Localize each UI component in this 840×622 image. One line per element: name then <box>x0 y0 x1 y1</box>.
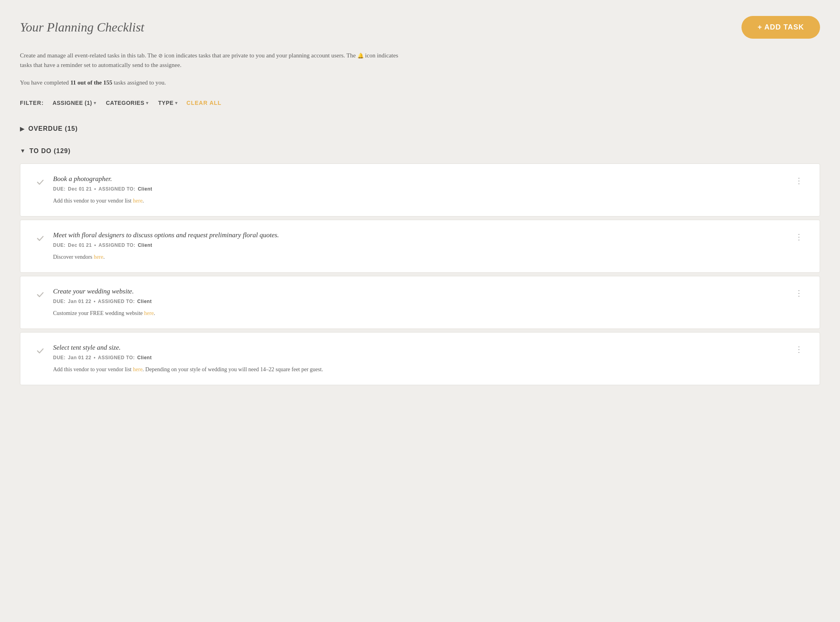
description-text-between-icons: icon indicates tasks that are private to… <box>164 52 355 59</box>
task-card-left: Meet with floral designers to discuss op… <box>35 231 793 261</box>
meta-dot: • <box>94 299 96 304</box>
task-meta: DUE: Jan 01 22 • ASSIGNED TO: Client <box>53 355 793 360</box>
task-desc-link[interactable]: here <box>133 198 142 204</box>
task-title: Book a photographer. <box>53 175 793 183</box>
task-more-button[interactable]: ⋮ <box>793 177 805 185</box>
todo-section-title: TO DO (129) <box>30 148 71 155</box>
type-caret-icon: ▾ <box>175 100 178 106</box>
page-title: Your Planning Checklist <box>20 20 144 35</box>
task-list: Book a photographer. DUE: Dec 01 21 • AS… <box>20 163 820 385</box>
task-desc-link[interactable]: here <box>144 310 154 316</box>
task-content: Meet with floral designers to discuss op… <box>53 231 793 261</box>
assignee-filter-label: ASSIGNEE (1) <box>53 100 92 106</box>
clear-all-button[interactable]: CLEAR ALL <box>187 100 222 106</box>
overdue-section-header[interactable]: ▶ OVERDUE (15) <box>20 120 820 138</box>
task-checkbox[interactable] <box>35 177 46 188</box>
type-filter-label: TYPE <box>158 100 174 106</box>
task-description: Customize your FREE wedding website here… <box>53 309 793 317</box>
assigned-value: Client <box>137 299 152 304</box>
categories-filter-label: CATEGORIES <box>106 100 144 106</box>
overdue-toggle-icon: ▶ <box>20 126 24 132</box>
filter-label: FILTER: <box>20 100 44 106</box>
task-card: Select tent style and size. DUE: Jan 01 … <box>20 332 820 385</box>
task-desc-before-link: Add this vendor to your vendor list <box>53 198 133 204</box>
completion-suffix: tasks assigned to you. <box>112 79 166 86</box>
description-text-before-icon1: Create and manage all event-related task… <box>20 52 157 59</box>
task-card: Meet with floral designers to discuss op… <box>20 220 820 273</box>
task-card-left: Select tent style and size. DUE: Jan 01 … <box>35 344 793 374</box>
task-description: Discover vendors here. <box>53 253 793 261</box>
task-content: Create your wedding website. DUE: Jan 01… <box>53 287 793 317</box>
meta-dot: • <box>94 242 96 248</box>
assigned-value: Client <box>138 242 152 248</box>
assignee-caret-icon: ▾ <box>94 100 97 106</box>
task-more-button[interactable]: ⋮ <box>793 289 805 297</box>
task-desc-link[interactable]: here <box>94 254 103 260</box>
add-task-button[interactable]: + ADD TASK <box>741 16 820 39</box>
task-desc-after-link: . <box>142 198 144 204</box>
private-icon: ⊘ <box>158 52 163 60</box>
due-label: DUE: <box>53 242 65 248</box>
overdue-section-title: OVERDUE (15) <box>28 125 78 132</box>
due-date: Jan 01 22 <box>68 299 91 304</box>
task-title: Meet with floral designers to discuss op… <box>53 231 793 239</box>
task-desc-after-link: . <box>154 310 155 316</box>
todo-section: ▼ TO DO (129) Book a photographer. DUE: … <box>20 142 820 385</box>
due-label: DUE: <box>53 186 65 192</box>
task-checkbox[interactable] <box>35 289 46 300</box>
task-meta: DUE: Dec 01 21 • ASSIGNED TO: Client <box>53 186 793 192</box>
task-description: Add this vendor to your vendor list here… <box>53 197 793 205</box>
task-meta: DUE: Jan 01 22 • ASSIGNED TO: Client <box>53 299 793 304</box>
categories-filter-button[interactable]: CATEGORIES ▾ <box>105 98 149 108</box>
task-content: Book a photographer. DUE: Dec 01 21 • AS… <box>53 175 793 205</box>
due-date: Dec 01 21 <box>68 186 92 192</box>
task-desc-after-link: . <box>103 254 105 260</box>
todo-toggle-icon: ▼ <box>20 148 26 154</box>
assigned-value: Client <box>138 186 152 192</box>
task-card-left: Book a photographer. DUE: Dec 01 21 • AS… <box>35 175 793 205</box>
header-row: Your Planning Checklist + ADD TASK <box>20 16 820 39</box>
completion-prefix: You have completed <box>20 79 70 86</box>
task-meta: DUE: Dec 01 21 • ASSIGNED TO: Client <box>53 242 793 248</box>
task-checkbox[interactable] <box>35 233 46 244</box>
completion-bold: 11 out of the 155 <box>70 79 112 86</box>
task-desc-after-link: . Depending on your style of wedding you… <box>142 366 323 372</box>
assigned-label: ASSIGNED TO: <box>99 186 135 192</box>
task-more-button[interactable]: ⋮ <box>793 345 805 353</box>
meta-dot: • <box>94 355 96 360</box>
task-card: Book a photographer. DUE: Dec 01 21 • AS… <box>20 163 820 217</box>
task-card-left: Create your wedding website. DUE: Jan 01… <box>35 287 793 317</box>
task-more-button[interactable]: ⋮ <box>793 233 805 241</box>
task-title: Create your wedding website. <box>53 287 793 295</box>
task-content: Select tent style and size. DUE: Jan 01 … <box>53 344 793 374</box>
assigned-label: ASSIGNED TO: <box>98 299 135 304</box>
meta-dot: • <box>94 186 96 192</box>
reminder-icon: 🔔 <box>357 52 364 60</box>
due-date: Dec 01 21 <box>68 242 92 248</box>
task-desc-before-link: Customize your FREE wedding website <box>53 310 144 316</box>
task-title: Select tent style and size. <box>53 344 793 352</box>
task-card: Create your wedding website. DUE: Jan 01… <box>20 276 820 329</box>
task-description: Add this vendor to your vendor list here… <box>53 365 793 374</box>
assigned-label: ASSIGNED TO: <box>99 242 135 248</box>
due-date: Jan 01 22 <box>68 355 91 360</box>
completion-text: You have completed 11 out of the 155 tas… <box>20 79 820 86</box>
type-filter-button[interactable]: TYPE ▾ <box>158 98 179 108</box>
page-description: Create and manage all event-related task… <box>20 51 403 70</box>
assigned-label: ASSIGNED TO: <box>98 355 135 360</box>
assigned-value: Client <box>137 355 152 360</box>
assignee-filter-button[interactable]: ASSIGNEE (1) ▾ <box>52 98 97 108</box>
todo-section-header[interactable]: ▼ TO DO (129) <box>20 142 820 160</box>
categories-caret-icon: ▾ <box>146 100 149 106</box>
due-label: DUE: <box>53 299 65 304</box>
due-label: DUE: <box>53 355 65 360</box>
task-desc-link[interactable]: here <box>133 366 142 372</box>
task-desc-before-link: Discover vendors <box>53 254 94 260</box>
task-desc-before-link: Add this vendor to your vendor list <box>53 366 133 372</box>
task-checkbox[interactable] <box>35 345 46 356</box>
filter-row: FILTER: ASSIGNEE (1) ▾ CATEGORIES ▾ TYPE… <box>20 98 820 108</box>
